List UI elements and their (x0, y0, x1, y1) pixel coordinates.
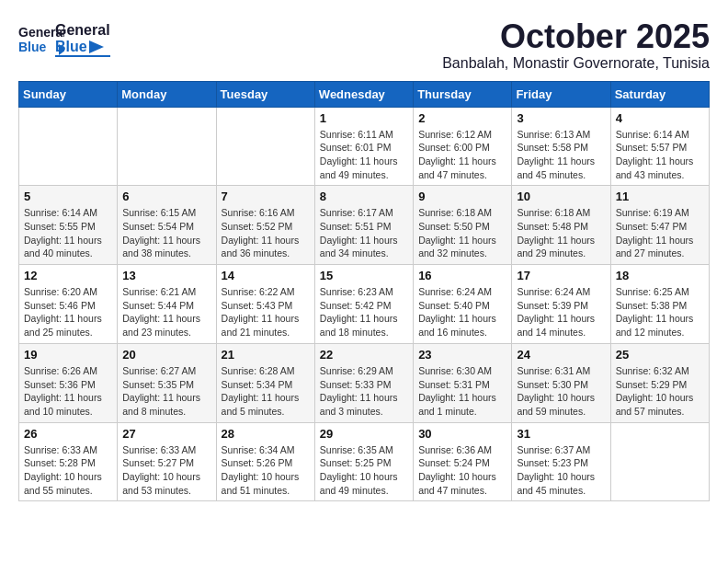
day-cell: 25Sunrise: 6:32 AM Sunset: 5:29 PM Dayli… (610, 343, 709, 422)
day-cell: 31Sunrise: 6:37 AM Sunset: 5:23 PM Dayli… (512, 422, 610, 501)
day-number: 29 (320, 427, 408, 441)
day-cell: 29Sunrise: 6:35 AM Sunset: 5:25 PM Dayli… (314, 422, 413, 501)
day-info: Sunrise: 6:37 AM Sunset: 5:23 PM Dayligh… (517, 443, 605, 498)
day-number: 12 (24, 269, 112, 282)
day-cell: 19Sunrise: 6:26 AM Sunset: 5:36 PM Dayli… (19, 343, 118, 422)
day-info: Sunrise: 6:23 AM Sunset: 5:42 PM Dayligh… (320, 285, 408, 339)
header-day-tuesday: Tuesday (216, 81, 314, 107)
day-number: 14 (222, 269, 310, 282)
day-number: 19 (24, 348, 112, 362)
header-day-thursday: Thursday (414, 81, 512, 107)
day-number: 3 (517, 111, 605, 125)
day-info: Sunrise: 6:14 AM Sunset: 5:55 PM Dayligh… (24, 206, 112, 260)
week-row-4: 19Sunrise: 6:26 AM Sunset: 5:36 PM Dayli… (19, 343, 710, 422)
day-number: 1 (320, 111, 408, 125)
day-cell: 5Sunrise: 6:14 AM Sunset: 5:55 PM Daylig… (19, 186, 118, 265)
day-info: Sunrise: 6:33 AM Sunset: 5:27 PM Dayligh… (122, 443, 210, 498)
day-number: 18 (616, 269, 704, 282)
header-day-saturday: Saturday (610, 81, 709, 107)
day-cell: 20Sunrise: 6:27 AM Sunset: 5:35 PM Dayli… (118, 343, 216, 422)
day-cell: 26Sunrise: 6:33 AM Sunset: 5:28 PM Dayli… (19, 422, 118, 501)
day-cell: 7Sunrise: 6:16 AM Sunset: 5:52 PM Daylig… (216, 186, 314, 265)
day-number: 22 (320, 348, 408, 362)
day-number: 5 (24, 190, 112, 203)
day-cell (19, 107, 118, 186)
day-info: Sunrise: 6:13 AM Sunset: 5:58 PM Dayligh… (517, 128, 605, 182)
day-number: 27 (122, 427, 210, 441)
day-cell: 12Sunrise: 6:20 AM Sunset: 5:46 PM Dayli… (19, 265, 118, 344)
header-row: SundayMondayTuesdayWednesdayThursdayFrid… (19, 81, 710, 107)
day-info: Sunrise: 6:14 AM Sunset: 5:57 PM Dayligh… (616, 128, 704, 182)
day-info: Sunrise: 6:29 AM Sunset: 5:33 PM Dayligh… (320, 364, 408, 419)
page-header: General Blue General Blue October 2025 B… (18, 18, 710, 72)
day-cell (216, 107, 314, 186)
day-cell: 2Sunrise: 6:12 AM Sunset: 6:00 PM Daylig… (414, 107, 512, 186)
day-info: Sunrise: 6:18 AM Sunset: 5:48 PM Dayligh… (517, 206, 605, 260)
day-cell: 24Sunrise: 6:31 AM Sunset: 5:30 PM Dayli… (512, 343, 610, 422)
day-number: 26 (24, 427, 112, 441)
day-cell: 16Sunrise: 6:24 AM Sunset: 5:40 PM Dayli… (414, 265, 512, 344)
day-info: Sunrise: 6:24 AM Sunset: 5:39 PM Dayligh… (517, 285, 605, 339)
day-cell: 6Sunrise: 6:15 AM Sunset: 5:54 PM Daylig… (118, 186, 216, 265)
day-cell: 3Sunrise: 6:13 AM Sunset: 5:58 PM Daylig… (512, 107, 610, 186)
day-cell (610, 422, 709, 501)
day-cell: 4Sunrise: 6:14 AM Sunset: 5:57 PM Daylig… (610, 107, 709, 186)
svg-text:Blue: Blue (18, 40, 47, 54)
day-cell: 8Sunrise: 6:17 AM Sunset: 5:51 PM Daylig… (314, 186, 413, 265)
svg-marker-3 (89, 40, 104, 53)
day-cell (118, 107, 216, 186)
day-info: Sunrise: 6:19 AM Sunset: 5:47 PM Dayligh… (616, 206, 704, 260)
day-number: 28 (222, 427, 310, 441)
day-number: 16 (418, 269, 506, 282)
day-number: 31 (517, 427, 605, 441)
day-number: 11 (616, 190, 704, 203)
day-number: 8 (320, 190, 408, 203)
day-info: Sunrise: 6:11 AM Sunset: 6:01 PM Dayligh… (320, 128, 408, 182)
day-info: Sunrise: 6:32 AM Sunset: 5:29 PM Dayligh… (616, 364, 704, 419)
logo: General Blue General Blue (18, 18, 110, 60)
calendar-title: October 2025 (442, 18, 710, 55)
week-row-5: 26Sunrise: 6:33 AM Sunset: 5:28 PM Dayli… (19, 422, 710, 501)
day-info: Sunrise: 6:34 AM Sunset: 5:26 PM Dayligh… (222, 443, 310, 498)
day-number: 20 (122, 348, 210, 362)
logo-blue-text: Blue (55, 39, 87, 55)
day-cell: 27Sunrise: 6:33 AM Sunset: 5:27 PM Dayli… (118, 422, 216, 501)
day-info: Sunrise: 6:35 AM Sunset: 5:25 PM Dayligh… (320, 443, 408, 498)
day-info: Sunrise: 6:21 AM Sunset: 5:44 PM Dayligh… (122, 285, 210, 339)
day-info: Sunrise: 6:25 AM Sunset: 5:38 PM Dayligh… (616, 285, 704, 339)
day-cell: 22Sunrise: 6:29 AM Sunset: 5:33 PM Dayli… (314, 343, 413, 422)
week-row-1: 1Sunrise: 6:11 AM Sunset: 6:01 PM Daylig… (19, 107, 710, 186)
day-cell: 21Sunrise: 6:28 AM Sunset: 5:34 PM Dayli… (216, 343, 314, 422)
day-cell: 13Sunrise: 6:21 AM Sunset: 5:44 PM Dayli… (118, 265, 216, 344)
calendar-header: SundayMondayTuesdayWednesdayThursdayFrid… (19, 81, 710, 107)
day-number: 30 (418, 427, 506, 441)
day-info: Sunrise: 6:28 AM Sunset: 5:34 PM Dayligh… (222, 364, 310, 419)
week-row-2: 5Sunrise: 6:14 AM Sunset: 5:55 PM Daylig… (19, 186, 710, 265)
calendar-subtitle: Banbalah, Monastir Governorate, Tunisia (442, 55, 710, 72)
day-info: Sunrise: 6:16 AM Sunset: 5:52 PM Dayligh… (222, 206, 310, 260)
day-info: Sunrise: 6:15 AM Sunset: 5:54 PM Dayligh… (122, 206, 210, 260)
header-day-friday: Friday (512, 81, 610, 107)
day-cell: 18Sunrise: 6:25 AM Sunset: 5:38 PM Dayli… (610, 265, 709, 344)
logo-underline (55, 55, 110, 57)
day-cell: 9Sunrise: 6:18 AM Sunset: 5:50 PM Daylig… (414, 186, 512, 265)
day-info: Sunrise: 6:12 AM Sunset: 6:00 PM Dayligh… (418, 128, 506, 182)
header-day-sunday: Sunday (19, 81, 118, 107)
day-info: Sunrise: 6:26 AM Sunset: 5:36 PM Dayligh… (24, 364, 112, 419)
day-cell: 1Sunrise: 6:11 AM Sunset: 6:01 PM Daylig… (314, 107, 413, 186)
day-info: Sunrise: 6:27 AM Sunset: 5:35 PM Dayligh… (122, 364, 210, 419)
day-number: 4 (616, 111, 704, 125)
calendar-body: 1Sunrise: 6:11 AM Sunset: 6:01 PM Daylig… (19, 107, 710, 501)
day-info: Sunrise: 6:33 AM Sunset: 5:28 PM Dayligh… (24, 443, 112, 498)
title-block: October 2025 Banbalah, Monastir Governor… (442, 18, 710, 72)
day-number: 25 (616, 348, 704, 362)
day-cell: 14Sunrise: 6:22 AM Sunset: 5:43 PM Dayli… (216, 265, 314, 344)
day-number: 13 (122, 269, 210, 282)
day-cell: 10Sunrise: 6:18 AM Sunset: 5:48 PM Dayli… (512, 186, 610, 265)
day-cell: 23Sunrise: 6:30 AM Sunset: 5:31 PM Dayli… (414, 343, 512, 422)
day-number: 10 (517, 190, 605, 203)
day-cell: 15Sunrise: 6:23 AM Sunset: 5:42 PM Dayli… (314, 265, 413, 344)
header-day-wednesday: Wednesday (314, 81, 413, 107)
day-info: Sunrise: 6:31 AM Sunset: 5:30 PM Dayligh… (517, 364, 605, 419)
day-number: 7 (222, 190, 310, 203)
